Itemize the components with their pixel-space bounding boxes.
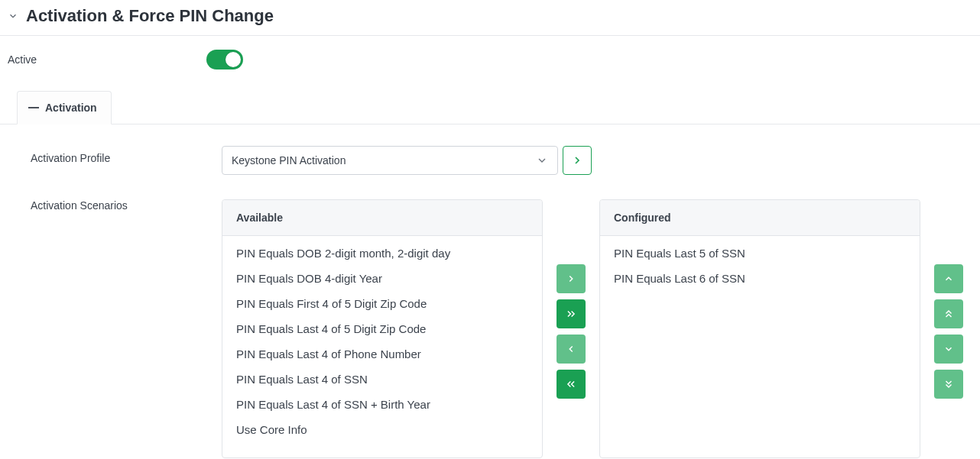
available-listbox: Available PIN Equals DOB 2-digit month, …	[222, 199, 543, 458]
move-left-button[interactable]	[557, 335, 586, 364]
available-item[interactable]: PIN Equals Last 4 of Phone Number	[222, 341, 542, 367]
available-header: Available	[222, 200, 542, 236]
move-top-button[interactable]	[934, 264, 963, 293]
configured-header: Configured	[600, 200, 920, 236]
section-title: Activation & Force PIN Change	[26, 6, 274, 26]
move-right-button[interactable]	[557, 264, 586, 293]
available-item[interactable]: PIN Equals Last 4 of SSN + Birth Year	[222, 392, 542, 417]
configured-listbox: Configured PIN Equals Last 5 of SSNPIN E…	[599, 199, 920, 458]
available-item[interactable]: PIN Equals DOB 2-digit month, 2-digit da…	[222, 241, 542, 266]
move-up-button[interactable]	[934, 299, 963, 328]
active-toggle[interactable]	[206, 50, 243, 69]
available-item[interactable]: PIN Equals Last 4 of 5 Digit Zip Code	[222, 316, 542, 341]
activation-profile-value: Keystone PIN Activation	[232, 154, 346, 166]
available-item[interactable]: Use Core Info	[222, 417, 542, 442]
activation-scenarios-label: Activation Scenarios	[0, 193, 222, 212]
minus-icon	[28, 107, 39, 108]
configured-item[interactable]: PIN Equals Last 6 of SSN	[600, 266, 920, 291]
available-item[interactable]: PIN Equals DOB 4-digit Year	[222, 266, 542, 291]
move-all-right-button[interactable]	[557, 299, 586, 328]
activation-profile-label: Activation Profile	[0, 146, 222, 164]
chevron-down-icon	[536, 154, 548, 166]
activation-profile-select[interactable]: Keystone PIN Activation	[222, 146, 558, 175]
tab-activation[interactable]: Activation	[17, 91, 112, 124]
active-label: Active	[8, 53, 206, 66]
tab-label: Activation	[45, 102, 97, 114]
available-item[interactable]: PIN Equals Last 4 of SSN	[222, 367, 542, 392]
collapse-toggle-icon[interactable]	[8, 11, 18, 21]
profile-navigate-button[interactable]	[563, 146, 592, 175]
available-item[interactable]: PIN Equals First 4 of 5 Digit Zip Code	[222, 291, 542, 316]
move-down-button[interactable]	[934, 335, 963, 364]
move-all-left-button[interactable]	[557, 370, 586, 399]
move-bottom-button[interactable]	[934, 370, 963, 399]
configured-item[interactable]: PIN Equals Last 5 of SSN	[600, 241, 920, 266]
